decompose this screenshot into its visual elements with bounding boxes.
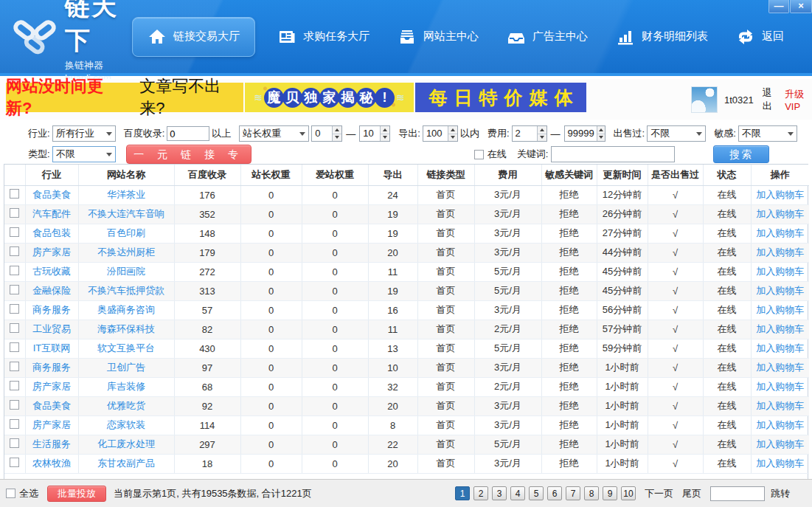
batch-publish-button[interactable]: 批量投放 <box>47 486 106 502</box>
nav-webmaster-center[interactable]: 网站主中心 <box>398 28 479 46</box>
cell-industry[interactable]: 生活服务 <box>25 435 78 454</box>
spinner-down-icon[interactable] <box>448 134 457 142</box>
row-checkbox[interactable] <box>10 208 19 218</box>
spinner-down-icon[interactable] <box>333 134 341 142</box>
cell-site[interactable]: 百色印刷 <box>78 224 174 243</box>
spinner-arrows[interactable] <box>537 126 546 141</box>
cell-site[interactable]: 软文互换平台 <box>78 339 174 358</box>
cell-action[interactable]: 加入购物车 <box>751 415 809 435</box>
export-spinner[interactable]: 100 <box>423 125 458 142</box>
jump-button[interactable]: 跳转 <box>771 487 790 500</box>
cell-industry[interactable]: 食品包装 <box>25 224 78 243</box>
cell-site[interactable]: 奥盛商务咨询 <box>78 300 174 320</box>
next-page-button[interactable]: 下一页 <box>645 487 673 500</box>
cell-action[interactable]: 加入购物车 <box>751 300 809 320</box>
row-checkbox[interactable] <box>10 419 19 429</box>
cell-site[interactable]: 不换达州厨柜 <box>78 243 174 262</box>
spinner-arrows[interactable] <box>380 126 389 141</box>
cell-industry[interactable]: 古玩收藏 <box>25 262 78 281</box>
cell-industry[interactable]: IT互联网 <box>25 339 78 358</box>
cell-industry[interactable]: 工业贸易 <box>25 320 78 339</box>
cell-industry[interactable]: 房产家居 <box>25 415 78 435</box>
keyword-input[interactable] <box>551 146 675 162</box>
cell-industry[interactable]: 商务服务 <box>25 358 78 377</box>
banner-site-update-ad[interactable]: 网站没时间更新? 文章写不出来? <box>6 83 243 112</box>
cell-industry[interactable]: 金融保险 <box>25 281 78 300</box>
sensitive-select[interactable]: 不限 <box>738 125 797 142</box>
cell-site[interactable]: 化工废水处理 <box>78 435 174 454</box>
cell-site[interactable]: 东甘农副产品 <box>78 454 174 473</box>
banner-mobei-ad[interactable]: ≋ 魔贝独家揭秘! ≋ <box>245 83 414 112</box>
row-checkbox[interactable] <box>10 189 19 199</box>
spinner-up-icon[interactable] <box>597 126 605 134</box>
cell-site[interactable]: 海森环保科技 <box>78 320 174 339</box>
page-button-10[interactable]: 10 <box>621 486 636 500</box>
cell-site[interactable]: 华洋茶业 <box>78 185 174 204</box>
row-checkbox[interactable] <box>10 438 19 448</box>
nav-buy-task-hall[interactable]: 求购任务大厅 <box>277 28 369 46</box>
cell-site[interactable]: 不换大连汽车音响 <box>78 204 174 224</box>
row-checkbox[interactable] <box>10 285 19 294</box>
minimize-button[interactable]: — <box>768 0 789 13</box>
cell-industry[interactable]: 食品美食 <box>25 185 78 204</box>
page-button-7[interactable]: 7 <box>566 486 580 500</box>
select-all-checkbox[interactable] <box>6 489 15 498</box>
page-button-3[interactable]: 3 <box>492 486 507 500</box>
upgrade-vip-link[interactable]: 升级VIP <box>785 88 812 112</box>
cell-industry[interactable]: 食品美食 <box>25 396 78 415</box>
cell-action[interactable]: 加入购物车 <box>751 320 809 339</box>
row-checkbox[interactable] <box>10 304 19 314</box>
cell-action[interactable]: 加入购物车 <box>751 281 809 300</box>
row-checkbox[interactable] <box>10 400 19 410</box>
jump-page-input[interactable] <box>710 486 765 501</box>
banner-daily-media-ad[interactable]: 每日特价媒体 <box>415 83 586 112</box>
last-page-button[interactable]: 尾页 <box>682 487 701 500</box>
cell-action[interactable]: 加入购物车 <box>751 204 809 224</box>
page-button-9[interactable]: 9 <box>603 486 617 500</box>
close-button[interactable]: × <box>790 0 812 13</box>
one-yuan-zone-button[interactable]: 一 元 链 接 专 区 <box>126 145 251 164</box>
spinner-down-icon[interactable] <box>597 134 605 142</box>
cell-site[interactable]: 汾阳画院 <box>78 262 174 281</box>
spinner-down-icon[interactable] <box>538 134 546 142</box>
page-button-6[interactable]: 6 <box>547 486 562 500</box>
fee-max-spinner[interactable]: 99999 <box>564 125 605 142</box>
nav-advertiser-center[interactable]: 广告主中心 <box>507 28 588 46</box>
baidu-include-input[interactable] <box>167 126 209 141</box>
cell-industry[interactable]: 农林牧渔 <box>25 454 78 473</box>
nav-finance-list[interactable]: 财务明细列表 <box>616 28 708 46</box>
row-checkbox[interactable] <box>10 458 19 467</box>
online-checkbox[interactable] <box>474 150 484 159</box>
type-select[interactable]: 不限 <box>52 146 116 162</box>
cell-action[interactable]: 加入购物车 <box>751 243 809 262</box>
page-button-8[interactable]: 8 <box>584 486 599 500</box>
row-checkbox[interactable] <box>10 342 19 352</box>
cell-action[interactable]: 加入购物车 <box>751 339 809 358</box>
row-checkbox[interactable] <box>10 266 19 275</box>
cell-action[interactable]: 加入购物车 <box>751 358 809 377</box>
logout-link[interactable]: 退出 <box>763 86 777 113</box>
page-button-5[interactable]: 5 <box>529 486 544 500</box>
cell-site[interactable]: 不换汽车抵押贷款 <box>78 281 174 300</box>
cell-industry[interactable]: 房产家居 <box>25 377 78 396</box>
cell-action[interactable]: 加入购物车 <box>751 185 809 204</box>
spinner-up-icon[interactable] <box>333 126 341 134</box>
spinner-up-icon[interactable] <box>381 126 389 134</box>
cell-site[interactable]: 卫创广告 <box>78 358 174 377</box>
fee-min-spinner[interactable]: 2 <box>512 125 547 142</box>
spinner-up-icon[interactable] <box>448 126 457 134</box>
cell-site[interactable]: 优雅吃货 <box>78 396 174 415</box>
spinner-arrows[interactable] <box>448 126 457 141</box>
spinner-up-icon[interactable] <box>538 126 546 134</box>
cell-action[interactable]: 加入购物车 <box>751 396 809 415</box>
sold-select[interactable]: 不限 <box>647 125 706 142</box>
weight-min-spinner[interactable]: 0 <box>311 125 342 142</box>
avatar[interactable] <box>691 86 718 113</box>
cell-action[interactable]: 加入购物车 <box>751 435 809 454</box>
cell-action[interactable]: 加入购物车 <box>751 262 809 281</box>
cell-site[interactable]: 库吉装修 <box>78 377 174 396</box>
row-checkbox[interactable] <box>10 323 19 333</box>
cell-industry[interactable]: 房产家居 <box>25 243 78 262</box>
row-checkbox[interactable] <box>10 362 19 371</box>
row-checkbox[interactable] <box>10 381 19 390</box>
